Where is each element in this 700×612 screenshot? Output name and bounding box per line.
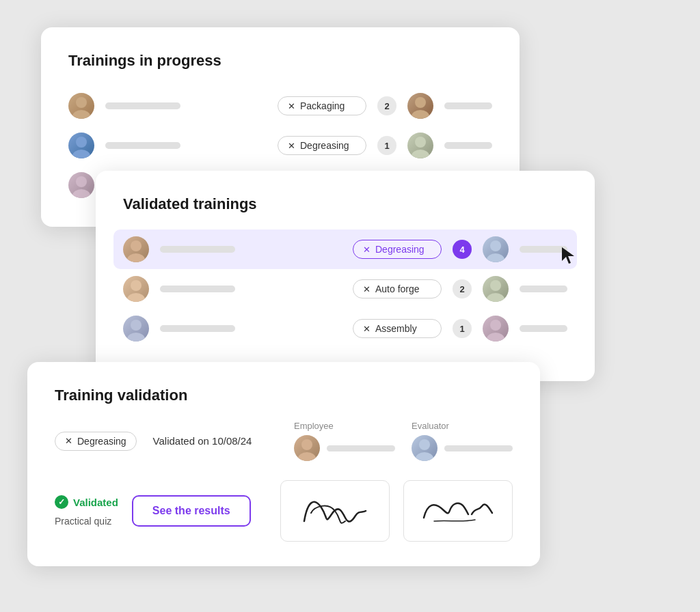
training-tag: ✕ Auto forge (353, 279, 442, 298)
action-bar (444, 142, 492, 149)
wrench-icon: ✕ (363, 324, 371, 334)
avatar (68, 133, 94, 158)
svg-point-19 (127, 333, 145, 342)
training-row: ✕ Assembly 1 (123, 309, 567, 348)
svg-point-14 (131, 280, 142, 291)
svg-point-4 (76, 137, 87, 148)
training-row: ✕ Packaging 2 (68, 86, 492, 126)
evaluator-avatar (412, 435, 438, 461)
validation-training-tag: ✕ Degreasing (55, 432, 137, 451)
name-bar (160, 325, 235, 332)
employee-label: Employee (294, 421, 395, 431)
avatar (123, 236, 149, 262)
svg-point-2 (415, 97, 426, 108)
svg-point-3 (412, 110, 429, 119)
svg-point-1 (72, 110, 90, 119)
name-bar (160, 246, 235, 253)
evaluator-label: Evaluator (412, 421, 513, 431)
svg-point-5 (72, 150, 90, 158)
action-bar (520, 286, 567, 292)
wrench-icon: ✕ (363, 245, 371, 255)
wrench-icon: ✕ (363, 284, 371, 294)
avatar (68, 93, 94, 119)
employee-row (294, 435, 395, 461)
avatar (68, 172, 94, 198)
evaluator-name-bar (444, 445, 513, 451)
training-row-highlighted[interactable]: ✕ Degreasing 4 (113, 230, 577, 269)
name-bar (105, 102, 180, 109)
svg-point-25 (416, 452, 433, 461)
see-results-button[interactable]: See the results (132, 495, 251, 527)
svg-point-20 (490, 320, 501, 331)
avatar (407, 133, 433, 158)
wrench-icon: ✕ (288, 101, 295, 111)
count-badge: 1 (377, 136, 396, 155)
svg-point-22 (301, 439, 312, 450)
avatar (407, 93, 433, 119)
svg-point-7 (412, 150, 429, 158)
avatar (483, 316, 509, 342)
svg-point-0 (76, 97, 87, 108)
svg-point-23 (298, 452, 316, 461)
svg-point-13 (487, 253, 504, 262)
svg-point-21 (487, 333, 504, 342)
avatar (483, 236, 509, 262)
svg-point-18 (131, 320, 142, 331)
svg-point-10 (131, 240, 142, 251)
training-row: ✕ Auto forge 2 (123, 269, 567, 309)
training-tag-highlighted: ✕ Degreasing (353, 240, 442, 259)
validated-date: Validated on 10/08/24 (153, 435, 252, 447)
count-badge: 1 (453, 319, 472, 338)
practical-quiz-label: Practical quiz (55, 516, 118, 527)
evaluator-row (412, 435, 513, 461)
training-validation-card: Training validation ✕ Degreasing Validat… (27, 362, 540, 566)
check-circle-icon: ✓ (55, 495, 68, 509)
validated-status: ✓ Validated (55, 495, 118, 509)
svg-point-24 (419, 439, 430, 450)
action-bar (520, 325, 567, 332)
count-badge-highlighted: 4 (453, 240, 472, 259)
trainings-in-progress-title: Trainings in progress (68, 52, 492, 70)
action-bar (520, 246, 567, 253)
svg-point-17 (487, 293, 504, 302)
svg-point-6 (415, 137, 426, 148)
action-bar (444, 102, 492, 109)
svg-point-12 (490, 240, 501, 251)
training-tag: ✕ Assembly (353, 319, 442, 338)
avatar (123, 276, 149, 302)
name-bar (160, 286, 235, 292)
employee-name-bar (327, 445, 395, 451)
training-validation-title: Training validation (55, 387, 513, 404)
wrench-icon: ✕ (288, 141, 295, 151)
svg-point-11 (127, 253, 145, 262)
svg-point-16 (490, 280, 501, 291)
count-badge: 2 (377, 96, 396, 115)
name-bar (105, 142, 180, 149)
count-badge: 2 (453, 279, 472, 298)
training-row: ✕ Degreasing 1 (68, 126, 492, 165)
svg-point-8 (76, 176, 87, 187)
avatar (123, 316, 149, 342)
employee-avatar (294, 435, 320, 461)
training-tag: ✕ Degreasing (278, 136, 366, 155)
avatar (483, 276, 509, 302)
wrench-icon: ✕ (65, 436, 72, 446)
validated-trainings-title: Validated trainings (123, 195, 567, 213)
validated-trainings-card: Validated trainings ✕ Degreasing 4 (96, 171, 595, 381)
evaluator-signature-box (403, 480, 513, 542)
svg-point-9 (72, 189, 90, 198)
training-tag: ✕ Packaging (278, 96, 366, 115)
svg-point-15 (127, 293, 145, 302)
employee-signature-box (280, 480, 390, 542)
